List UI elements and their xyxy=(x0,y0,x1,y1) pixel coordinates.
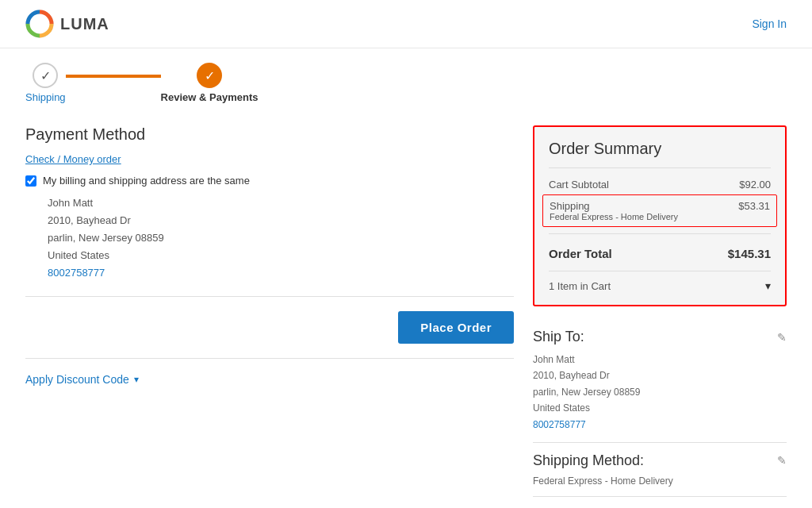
order-total-value: $145.31 xyxy=(728,247,771,260)
left-divider-2 xyxy=(25,358,514,359)
cart-subtotal-label: Cart Subtotal xyxy=(549,179,609,190)
cart-subtotal-value: $92.00 xyxy=(739,179,771,190)
place-order-button[interactable]: Place Order xyxy=(398,311,514,344)
shipping-label: Shipping xyxy=(550,200,678,212)
logo-area: LUMA xyxy=(25,10,109,38)
shipping-method-section: Shipping Method: ✎ Federal Express - Hom… xyxy=(533,443,787,497)
ship-to-city-state: parlin, New Jersey 08859 xyxy=(533,384,787,400)
left-divider xyxy=(25,296,514,297)
billing-city-state: parlin, New Jersey 08859 xyxy=(48,229,514,247)
step-review-label: Review & Payments xyxy=(161,91,259,103)
shipping-method-value: Federal Express - Home Delivery xyxy=(533,475,787,487)
summary-divider-1 xyxy=(549,167,771,168)
ship-to-address: John Matt 2010, Bayhead Dr parlin, New J… xyxy=(533,352,787,433)
sign-in-link[interactable]: Sign In xyxy=(752,17,787,30)
ship-to-edit-icon[interactable]: ✎ xyxy=(777,331,787,344)
billing-name: John Matt xyxy=(48,194,514,212)
billing-phone: 8002758777 xyxy=(48,264,514,282)
progress-connector xyxy=(66,75,161,78)
summary-divider-2 xyxy=(549,233,771,234)
progress-bar: ✓ Shipping ✓ Review & Payments xyxy=(0,48,812,111)
order-total-label: Order Total xyxy=(549,247,612,260)
billing-checkbox-label: My billing and shipping address are the … xyxy=(43,175,250,187)
shipping-method-header: Shipping Method: ✎ xyxy=(533,452,787,469)
left-panel: Payment Method Check / Money order My bi… xyxy=(25,111,514,497)
order-summary-box: Order Summary Cart Subtotal $92.00 Shipp… xyxy=(533,125,787,306)
order-total-row: Order Total $145.31 xyxy=(549,241,771,264)
step-shipping: ✓ Shipping xyxy=(25,63,66,103)
items-expand-icon: ▾ xyxy=(765,279,771,292)
apply-discount-label: Apply Discount Code xyxy=(25,373,129,386)
payment-method-link[interactable]: Check / Money order xyxy=(25,153,514,165)
step-review-circle: ✓ xyxy=(197,63,222,88)
ship-to-title: Ship To: xyxy=(533,329,584,345)
shipping-method-edit-icon[interactable]: ✎ xyxy=(777,454,787,467)
shipping-row: Shipping Federal Express - Home Delivery… xyxy=(542,194,777,227)
billing-address-block: John Matt 2010, Bayhead Dr parlin, New J… xyxy=(48,194,514,282)
step-shipping-label: Shipping xyxy=(25,91,66,103)
logo-text: LUMA xyxy=(60,15,109,33)
place-order-row: Place Order xyxy=(25,311,514,344)
billing-same-checkbox[interactable] xyxy=(25,175,36,187)
items-in-cart-row[interactable]: 1 Item in Cart ▾ xyxy=(549,271,771,292)
shipping-method-title: Shipping Method: xyxy=(533,452,644,469)
ship-to-header: Ship To: ✎ xyxy=(533,329,787,345)
billing-checkbox-row: My billing and shipping address are the … xyxy=(25,175,514,187)
main-layout: Payment Method Check / Money order My bi… xyxy=(0,111,812,497)
ship-to-street: 2010, Bayhead Dr xyxy=(533,368,787,383)
header: LUMA Sign In xyxy=(0,0,812,48)
items-in-cart-label: 1 Item in Cart xyxy=(549,280,611,292)
billing-street: 2010, Bayhead Dr xyxy=(48,212,514,229)
ship-to-section: Ship To: ✎ John Matt 2010, Bayhead Dr pa… xyxy=(533,319,787,443)
cart-subtotal-row: Cart Subtotal $92.00 xyxy=(549,175,771,194)
apply-discount-row[interactable]: Apply Discount Code ▾ xyxy=(25,373,514,386)
right-panel: Order Summary Cart Subtotal $92.00 Shipp… xyxy=(533,111,787,497)
payment-method-title: Payment Method xyxy=(25,125,514,144)
shipping-col: Shipping Federal Express - Home Delivery xyxy=(550,200,678,221)
order-summary-title: Order Summary xyxy=(549,140,771,158)
step-shipping-circle: ✓ xyxy=(33,63,58,88)
luma-logo-icon xyxy=(25,10,54,38)
ship-to-name: John Matt xyxy=(533,352,787,368)
ship-to-phone: 8002758777 xyxy=(533,417,787,433)
ship-to-country: United States xyxy=(533,400,787,416)
step-review: ✓ Review & Payments xyxy=(161,63,259,103)
chevron-down-icon: ▾ xyxy=(134,374,139,385)
billing-country: United States xyxy=(48,247,514,264)
shipping-method-name: Federal Express - Home Delivery xyxy=(550,212,678,221)
shipping-value: $53.31 xyxy=(738,200,770,212)
